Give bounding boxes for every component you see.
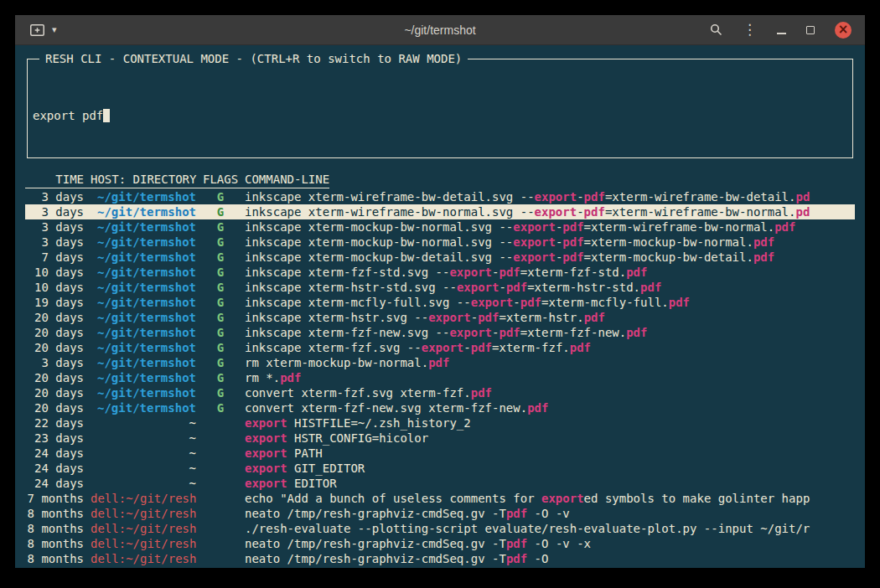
cmd-text: inkscape xterm-hstr.svg -- [245, 311, 428, 324]
search-icon[interactable] [710, 23, 722, 36]
history-row[interactable]: 8 monthsdell:~/git/reshneato /tmp/resh-g… [25, 551, 855, 566]
row-host-directory: ~/git/termshot [91, 189, 196, 204]
row-flags: G [203, 355, 238, 370]
row-host-directory: ~/git/termshot [91, 265, 196, 280]
cmd-text: =xterm-wireframe-bw-detail. [605, 190, 796, 204]
history-row[interactable]: 8 monthsdell:~/git/reshneato /tmp/resh-g… [25, 536, 855, 551]
match-highlight: pdf [471, 341, 492, 354]
cmd-text: inkscape xterm-mockup-bw-normal.svg -- [245, 220, 513, 234]
row-host-directory: ~/git/termshot [91, 400, 196, 415]
row-flags: G [203, 219, 238, 235]
history-row[interactable]: 20 days~/git/termshotGconvert xterm-fzf.… [25, 385, 855, 400]
match-highlight: pdf [570, 341, 591, 354]
row-command: export HISTFILE=~/.zsh_history_2 [245, 415, 855, 431]
menu-icon[interactable]: ⋮ [743, 23, 757, 37]
match-highlight: export [428, 311, 471, 324]
row-command: inkscape xterm-wireframe-bw-detail.svg -… [245, 189, 855, 204]
history-row[interactable]: 3 days~/git/termshotGcd [25, 566, 855, 568]
row-command: convert xterm-fzf-new.svg xterm-fzf-new.… [245, 400, 855, 415]
history-row[interactable]: 20 days~/git/termshotGinkscape xterm-hst… [25, 310, 855, 325]
row-time: 8 months [25, 536, 84, 551]
history-row[interactable]: 24 days~export GIT_EDITOR [25, 461, 855, 476]
history-row[interactable]: 10 days~/git/termshotGinkscape xterm-hst… [25, 280, 855, 295]
cmd-text: inkscape xterm-fzf.svg -- [245, 341, 422, 354]
history-row[interactable]: 24 days~export EDITOR [25, 476, 855, 491]
row-time: 24 days [25, 461, 84, 476]
row-host-directory: ~/git/termshot [91, 385, 196, 400]
row-time: 24 days [25, 476, 84, 491]
match-highlight: export [449, 266, 492, 279]
search-input[interactable]: export pdf [33, 108, 846, 123]
history-row[interactable]: 10 days~/git/termshotGinkscape xterm-fzf… [25, 265, 855, 280]
row-host-directory: ~ [91, 431, 196, 446]
history-row[interactable]: 7 days~/git/termshotGinkscape xterm-mock… [25, 250, 855, 265]
history-row[interactable]: 20 days~/git/termshotGinkscape xterm-fzf… [25, 325, 855, 340]
cmd-text: neato /tmp/resh-graphviz-cmdSeq.gv -T [245, 537, 506, 550]
cmd-text: PATH [287, 446, 323, 460]
match-highlight: pdf [562, 220, 583, 234]
cmd-text: - [577, 190, 583, 204]
restore-button[interactable] [806, 26, 815, 34]
match-highlight: pdf [640, 281, 661, 294]
row-flags: G [203, 385, 238, 400]
minimize-button[interactable] [777, 26, 786, 34]
cmd-text: GIT_EDITOR [287, 462, 365, 475]
history-row-selected[interactable]: 3 days~/git/termshotGinkscape xterm-wire… [25, 204, 855, 219]
titlebar[interactable]: ▾ ~/git/termshot ⋮ × [15, 15, 865, 45]
history-row[interactable]: 8 monthsdell:~/git/resh./resh-evaluate -… [25, 521, 855, 536]
cmd-text: - [471, 311, 478, 324]
row-flags: G [203, 265, 238, 280]
row-time: 20 days [25, 310, 84, 325]
match-highlight: pdf [753, 235, 774, 249]
row-command: neato /tmp/resh-graphviz-cmdSeq.gv -Tpdf… [245, 506, 855, 521]
history-row[interactable]: 23 days~export HSTR_CONFIG=hicolor [25, 431, 855, 446]
history-row[interactable]: 24 days~export PATH [25, 446, 855, 461]
cmd-text: =xterm-mcfly-full. [541, 296, 669, 309]
history-list: 3 days~/git/termshotGinkscape xterm-wire… [25, 189, 855, 568]
history-row[interactable]: 3 days~/git/termshotGinkscape xterm-mock… [25, 219, 855, 235]
row-time: 8 months [25, 521, 84, 536]
history-row[interactable]: 19 days~/git/termshotGinkscape xterm-mcf… [25, 295, 855, 310]
history-row[interactable]: 20 days~/git/termshotGrm *.pdf [25, 370, 855, 385]
table-header: TIME HOST: DIRECTORY FLAGS COMMAND-LINE [25, 172, 329, 188]
row-time: 7 days [25, 250, 84, 265]
header-command-line: COMMAND-LINE [245, 172, 329, 187]
history-row[interactable]: 3 days~/git/termshotGinkscape xterm-wire… [25, 189, 855, 204]
cmd-text: =xterm-hstr-std. [527, 281, 640, 294]
history-row[interactable]: 3 days~/git/termshotGinkscape xterm-mock… [25, 235, 855, 250]
row-command: inkscape xterm-mockup-bw-normal.svg --ex… [245, 219, 855, 235]
history-row[interactable]: 20 days~/git/termshotGinkscape xterm-fzf… [25, 340, 855, 355]
row-time: 24 days [25, 446, 84, 461]
cmd-text: inkscape xterm-fzf-std.svg -- [245, 266, 449, 279]
history-row[interactable]: 8 monthsdell:~/git/reshneato /tmp/resh-g… [25, 506, 855, 521]
match-highlight: pdf [506, 552, 527, 565]
history-row[interactable]: 22 days~export HISTFILE=~/.zsh_history_2 [25, 415, 855, 431]
row-flags: G [203, 235, 238, 250]
new-tab-button[interactable] [28, 23, 46, 38]
close-button[interactable]: × [835, 22, 852, 39]
cmd-text: - [499, 281, 505, 294]
cmd-text: inkscape xterm-fzf-new.svg -- [245, 326, 449, 339]
row-time: 3 days [25, 355, 84, 370]
row-command: inkscape xterm-hstr-std.svg --export-pdf… [245, 280, 855, 295]
row-time: 8 months [25, 551, 84, 566]
history-row[interactable]: 7 monthsdell:~/git/reshecho "Add a bunch… [25, 491, 855, 506]
row-host-directory: ~/git/termshot [91, 310, 196, 325]
match-highlight: pdf [584, 311, 605, 324]
tab-dropdown-caret-icon[interactable]: ▾ [52, 24, 57, 35]
match-highlight: pdf [478, 311, 499, 324]
row-command: export GIT_EDITOR [245, 461, 855, 476]
match-highlight: pdf [626, 326, 647, 339]
row-flags [203, 521, 238, 536]
cmd-text: =xterm-mockup-bw-detail. [584, 250, 753, 264]
history-row[interactable]: 20 days~/git/termshotGconvert xterm-fzf-… [25, 400, 855, 415]
match-highlight: pdf [584, 205, 605, 219]
row-host-directory: dell:~/git/resh [91, 506, 196, 521]
row-command: export HSTR_CONFIG=hicolor [245, 431, 855, 446]
cmd-text: HISTFILE=~/.zsh_history_2 [287, 416, 471, 430]
cmd-text: =xterm-fzf-new. [520, 326, 626, 339]
history-row[interactable]: 3 days~/git/termshotGrm xterm-mockup-bw-… [25, 355, 855, 370]
cmd-text: echo "Add a bunch of useless comments fo… [245, 492, 541, 505]
match-highlight: export [245, 431, 287, 445]
row-command: export EDITOR [245, 476, 855, 491]
